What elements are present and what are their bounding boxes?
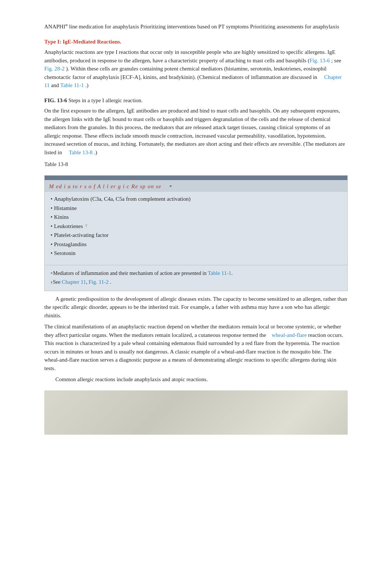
bullet: •	[51, 240, 52, 249]
table-title-text: M ed i a to r s o f A l l er g i c Re sp…	[49, 183, 161, 189]
fig-caption-body: On the first exposure to the allergen, I…	[44, 107, 348, 156]
bullet: •	[51, 195, 52, 203]
fig-11-2-footnote-link[interactable]: Fig. 11-2	[89, 278, 109, 286]
para1d: and	[49, 82, 60, 88]
footnote2-end: .	[110, 278, 111, 286]
table-footnotes: * Mediators of inflammation and their me…	[45, 265, 347, 291]
table-header-bar	[45, 176, 347, 180]
footnote2-comma: ,	[86, 278, 87, 286]
item-platelet: Platelet-activating factor	[54, 231, 109, 239]
header-text: ANAPHI	[44, 24, 65, 30]
table-title-row: M ed i a to r s o f A l l er g i c Re sp…	[45, 180, 347, 192]
para1e: .)	[84, 82, 89, 88]
footnote-1: * Mediators of inflammation and their me…	[51, 269, 341, 277]
paragraph-2: A genetic predisposition to the developm…	[44, 295, 348, 320]
para1c: ). Within these cells are granules conta…	[44, 66, 327, 80]
footnote2-sup: †	[51, 279, 53, 286]
footnote1-end: .	[231, 269, 233, 277]
table-11-1-footnote-link[interactable]: Table 11-1	[208, 269, 231, 277]
table-name-label: Table 13-8	[44, 160, 348, 169]
paragraph-1: Anaphylactic reactions are type I reacti…	[44, 48, 348, 90]
list-item: • Platelet-activating factor	[51, 231, 341, 239]
bullet: •	[51, 249, 52, 258]
table-13-8-link-fig[interactable]: Table 13-8	[69, 149, 92, 155]
list-item: • Serotonin	[51, 249, 341, 258]
chapter-11-footnote-link[interactable]: Chapter 11	[62, 278, 86, 286]
item-leukotrienes: Leukotrienes	[54, 222, 83, 231]
para1b: ; see	[330, 58, 341, 63]
item-histamine: Histamine	[54, 204, 77, 213]
item-prostaglandins: Prostaglandins	[54, 240, 86, 249]
wheal-and-flare-ref[interactable]: wheal-and-flare	[272, 332, 307, 338]
paragraph-3: The clinical manifestations of an anaphy…	[44, 323, 348, 372]
header-block: ANAPHIst line medication for anaphylaxis…	[44, 22, 348, 31]
table-title-asterisk: *	[169, 184, 172, 189]
item-kinins: Kinins	[54, 213, 69, 221]
bullet: •	[51, 213, 52, 221]
item-serotonin: Serotonin	[54, 249, 75, 258]
fig-13-6-link[interactable]: Fig. 13-6	[310, 58, 330, 63]
footnote1-sup: *	[51, 270, 53, 277]
list-item: • Kinins	[51, 213, 341, 221]
para1-text: Anaphylactic reactions are type I reacti…	[44, 49, 336, 63]
table-13-8: M ed i a to r s o f A l l er g i c Re sp…	[44, 175, 348, 291]
header-continuation: line medication for anaphylaxis Prioriti…	[68, 24, 339, 30]
item-anaphylatoxins: Anaphylatoxins (C3a, C4a, C5a from compl…	[54, 195, 190, 203]
list-item: • Prostaglandins	[51, 240, 341, 249]
footnote1-text: Mediators of inflammation and their mech…	[53, 269, 207, 277]
section-heading-type1: Type I: IgE-Mediated Reactions.	[44, 38, 348, 46]
bullet: •	[51, 222, 52, 231]
table-body: • Anaphylatoxins (C3a, C4a, C5a from com…	[45, 192, 347, 265]
paragraph-4: Common allergic reactions include anaphy…	[44, 375, 348, 384]
fig-caption-label: FIG. 13-6	[44, 97, 67, 103]
list-item: • Anaphylatoxins (C3a, C4a, C5a from com…	[51, 195, 341, 203]
bullet: •	[51, 204, 52, 213]
leukotrienes-dagger: †	[85, 222, 88, 230]
footnote2-text: See	[53, 278, 61, 286]
footnote-2: † See Chapter 11, Fig. 11-2 .	[51, 278, 341, 286]
bullet: •	[51, 231, 52, 239]
page: ANAPHIst line medication for anaphylaxis…	[0, 0, 392, 576]
table-11-1-link[interactable]: Table 11-1	[60, 82, 84, 88]
fig-caption-block: FIG. 13-6 Steps in a type I allergic rea…	[44, 96, 348, 157]
list-item: • Histamine	[51, 204, 341, 213]
fig-caption-text: Steps in a type I allergic reaction.	[67, 97, 143, 103]
fig-28-2-link[interactable]: Fig. 28-2	[44, 66, 65, 72]
bottom-image	[44, 390, 348, 435]
list-item: • Leukotrienes †	[51, 222, 341, 231]
